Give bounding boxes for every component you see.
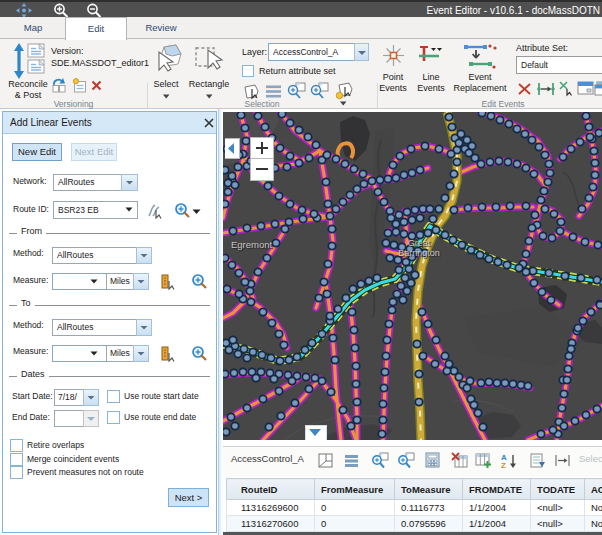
svg-text:Barrington: Barrington — [398, 248, 440, 258]
svg-text:Z: Z — [501, 461, 506, 469]
svg-text:Great: Great — [408, 238, 431, 248]
svg-text:Egremont: Egremont — [231, 239, 273, 250]
